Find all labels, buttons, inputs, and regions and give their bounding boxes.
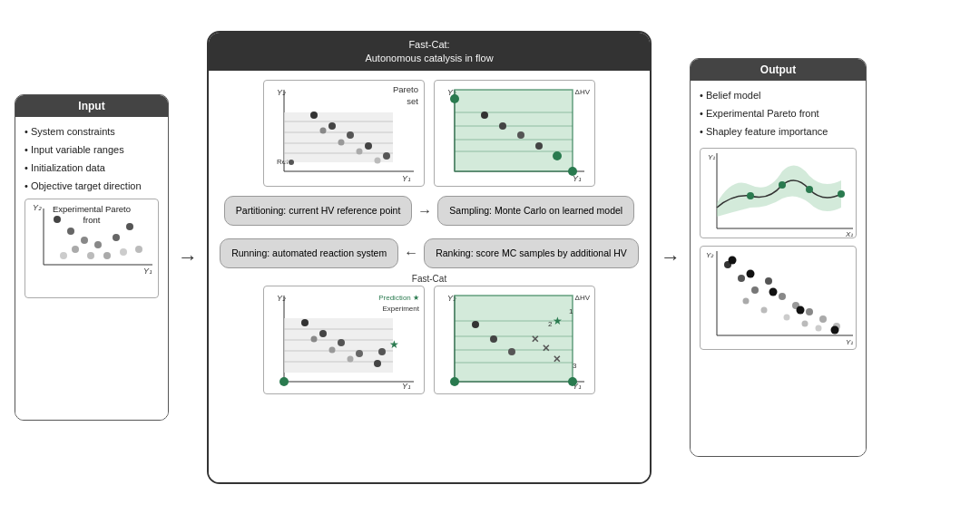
flow-header-line2: Autonomous catalysis in flow [365, 53, 493, 63]
pareto-front-output-chart: Y₂ Y₁ [700, 246, 857, 350]
svg-point-61 [329, 346, 336, 353]
svg-text:Y₂: Y₂ [706, 251, 714, 259]
svg-text:1: 1 [569, 307, 573, 315]
ranking-box: Ranking: score MC samples by additional … [424, 238, 639, 268]
svg-text:★: ★ [553, 315, 563, 327]
fast-cat-label: Fast-Cat [216, 274, 642, 284]
flow-content: Paretoset Y₂ Y₁ Ref [209, 71, 650, 481]
ranking-svg: ✕ ✕ ✕ 1 2 3 ★ [435, 286, 596, 395]
svg-point-11 [103, 252, 111, 259]
svg-point-105 [819, 315, 827, 323]
svg-point-12 [87, 252, 94, 259]
input-pareto-chart: Experimental Paretofront Y₂ Y₁ [24, 199, 159, 298]
svg-text:Y₂: Y₂ [33, 203, 42, 212]
svg-point-92 [806, 186, 813, 193]
svg-point-26 [365, 142, 372, 150]
partitioning-box: Partitioning: current HV reference point [224, 196, 413, 226]
svg-point-91 [779, 181, 786, 189]
svg-point-59 [374, 360, 381, 367]
svg-point-44 [535, 142, 543, 150]
svg-point-104 [806, 308, 813, 315]
svg-point-45 [553, 151, 562, 160]
svg-rect-68 [455, 296, 573, 382]
partitioning-label: Partitioning: current HV reference point [236, 205, 401, 216]
svg-text:✕: ✕ [531, 334, 539, 344]
prediction-chart: Y₂ Y₁ Prediction ★ Experiment [263, 286, 425, 394]
input-header: Input [15, 95, 168, 117]
svg-point-46 [568, 167, 577, 176]
svg-point-112 [729, 256, 737, 264]
input-pareto-svg: Y₂ Y₁ [25, 199, 160, 274]
svg-point-99 [738, 275, 745, 282]
output-item-1: Belief model [700, 90, 857, 101]
input-box: Input System constraints Input variable … [15, 94, 169, 421]
main-container: Input System constraints Input variable … [0, 0, 980, 514]
svg-point-62 [348, 355, 354, 362]
belief-model-svg: Y₁ X₁ [701, 149, 857, 238]
svg-rect-18 [284, 112, 393, 162]
svg-point-76 [508, 348, 515, 355]
ranking-label: Ranking: score MC samples by additional … [436, 247, 627, 258]
svg-point-116 [831, 325, 839, 334]
svg-point-108 [761, 306, 768, 313]
output-content: Belief model Experimental Pareto front S… [691, 81, 866, 456]
top-charts-row: Paretoset Y₂ Y₁ Ref [216, 80, 642, 187]
svg-text:✕: ✕ [553, 354, 561, 364]
delta-hv-chart-top: Y₂ Y₁ ΔHV [434, 80, 595, 187]
arrow-flow-to-output: → [661, 246, 681, 269]
svg-point-102 [779, 293, 786, 300]
svg-text:X₁: X₁ [845, 230, 853, 238]
arrow-input-to-flow: → [178, 246, 198, 269]
flow-header: Fast-Cat: Autonomous catalysis in flow [209, 33, 650, 72]
process-row-bottom: Running: automated reaction system ← Ran… [216, 238, 642, 268]
svg-point-8 [94, 241, 102, 248]
svg-point-74 [472, 321, 479, 328]
sampling-label: Sampling: Monte Carlo on learned model [449, 205, 622, 216]
belief-model-chart: Y₁ X₁ [700, 148, 857, 238]
pareto-set-svg [264, 81, 426, 188]
svg-point-13 [60, 252, 67, 259]
pareto-set-chart: Paretoset Y₂ Y₁ Ref [263, 80, 425, 187]
delta-hv-svg-top [435, 81, 596, 188]
svg-point-32 [289, 160, 294, 165]
output-box: Output Belief model Experimental Pareto … [690, 58, 867, 457]
prediction-svg: ★ [264, 286, 426, 395]
output-item-3: Shapley feature importance [700, 126, 857, 137]
svg-point-10 [126, 223, 133, 230]
svg-point-14 [135, 246, 142, 253]
output-header: Output [691, 59, 866, 81]
input-item-4: Objective target direction [24, 180, 159, 191]
process-row-middle: Partitioning: current HV reference point… [216, 196, 642, 226]
svg-point-7 [72, 246, 79, 253]
svg-text:Y₁: Y₁ [846, 338, 853, 346]
svg-point-6 [81, 237, 88, 244]
svg-point-30 [357, 149, 363, 155]
svg-point-9 [113, 234, 120, 241]
svg-point-4 [54, 216, 61, 223]
svg-point-27 [383, 152, 390, 160]
svg-point-64 [378, 348, 386, 355]
arrow-partition-to-sampling: → [417, 203, 432, 219]
svg-point-29 [338, 140, 345, 146]
svg-point-43 [517, 131, 524, 139]
svg-point-42 [499, 122, 506, 130]
svg-point-109 [784, 314, 790, 320]
svg-point-5 [67, 228, 74, 235]
svg-point-55 [301, 319, 309, 326]
bottom-charts-row: Y₂ Y₁ Prediction ★ Experiment [216, 286, 642, 394]
svg-point-15 [120, 248, 127, 256]
svg-point-101 [765, 277, 772, 285]
svg-point-65 [279, 377, 289, 386]
svg-point-93 [838, 190, 845, 198]
pareto-front-svg: Y₂ Y₁ [701, 247, 857, 350]
svg-point-110 [802, 320, 808, 326]
input-item-1: System constraints [24, 126, 159, 137]
flow-box: Fast-Cat: Autonomous catalysis in flow P… [207, 31, 652, 484]
svg-point-115 [797, 305, 805, 314]
svg-text:3: 3 [573, 362, 577, 370]
svg-point-84 [450, 377, 459, 386]
sampling-box: Sampling: Monte Carlo on learned model [437, 196, 634, 226]
svg-point-57 [338, 339, 345, 346]
running-label: Running: automated reaction system [231, 247, 387, 258]
running-box: Running: automated reaction system [220, 238, 398, 268]
